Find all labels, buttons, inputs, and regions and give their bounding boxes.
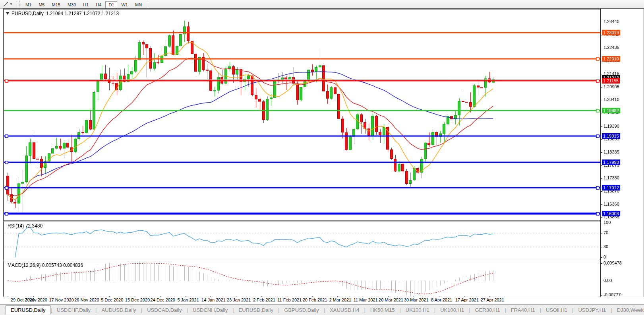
level-price-label[interactable]: 1.17998: [602, 159, 620, 165]
macd-indicator-label: MACD(12,26,9) 0.005743 0.004836: [8, 262, 83, 268]
chart-tab-xauusd-h4[interactable]: XAUUSD,H4: [325, 306, 364, 314]
axis-tick-label: 1.20410: [603, 97, 619, 102]
axis-tick-label: -0.00777: [603, 292, 621, 297]
chart-tab-dj30-weekly[interactable]: DJ30,Weekly: [612, 306, 644, 314]
timeframe-button-m30[interactable]: M30: [64, 1, 79, 8]
line-studies-icon[interactable]: [2, 1, 10, 8]
chart-tab-eurusd-daily[interactable]: EURUSD,Daily: [6, 305, 50, 315]
axis-tick-label: 0: [603, 255, 606, 259]
rsi-indicator-label: RSI(14) 72.3480: [8, 223, 43, 229]
timeframe-button-h1[interactable]: H1: [80, 1, 92, 8]
axis-tick-label: 1.16360: [603, 202, 619, 206]
date-label: 26 Nov 2020: [74, 298, 99, 302]
toolbar-separator: [148, 1, 148, 7]
date-label: 20 Feb 2021: [303, 298, 327, 302]
date-label: 27 Apr 2021: [481, 298, 504, 302]
axis-tick-label: 1.23440: [603, 19, 619, 24]
date-label: 23 Jan 2021: [227, 298, 251, 302]
chart-tab-hk50-m15[interactable]: HK50,M15: [366, 306, 399, 314]
timeframe-button-d1[interactable]: D1: [105, 1, 117, 8]
axis-tick-label: 1.17380: [603, 175, 619, 180]
chart-canvas[interactable]: [4, 9, 644, 297]
date-label: 11 Feb 2021: [277, 298, 302, 302]
date-label: 7 Nov 2020: [25, 298, 47, 302]
chart-tab-gbpusd-daily[interactable]: GBPUSD,Daily: [279, 306, 323, 314]
axis-tick-label: 70: [603, 230, 608, 235]
timeframe-buttons: M1M5M15M30H1H4D1W1MN: [22, 1, 145, 8]
toolbar-grip[interactable]: [17, 1, 19, 7]
axis-tick-label: 1.20905: [603, 84, 619, 89]
level-price-label[interactable]: 1.22010: [602, 56, 620, 62]
tabs: EURUSD,Daily|USDCHF,Daily|AUDUSD,Daily|U…: [6, 305, 644, 315]
timeframe-toolbar: ▼ M1M5M15M30H1H4D1W1MN: [0, 0, 644, 9]
date-axis: 29 Oct 20207 Nov 202017 Nov 202026 Nov 2…: [3, 297, 599, 303]
axis-tick-label: 0.009478: [603, 261, 622, 265]
axis-tick-label: 0.00: [603, 278, 612, 283]
axis-tick-label: 30: [603, 244, 608, 249]
timeframe-button-w1[interactable]: W1: [118, 1, 131, 8]
date-label: 15 Dec 2020: [125, 298, 150, 302]
level-price-label[interactable]: 1.17012: [602, 185, 620, 191]
axis-tick-label: 100: [603, 220, 611, 225]
date-label: 30 Mar 2021: [404, 298, 429, 302]
chart-tab-eurusd-daily[interactable]: EURUSD,Daily: [234, 306, 278, 314]
date-label: 14 Jan 2021: [201, 298, 226, 302]
level-price-label[interactable]: 1.19992: [602, 108, 620, 113]
date-label: 20 Mar 2021: [379, 298, 403, 302]
axis-tick-label: 1.22435: [603, 45, 619, 50]
chart-tab-bar: EURUSD,Daily|USDCHF,Daily|AUDUSD,Daily|U…: [0, 304, 644, 315]
chart-tab-usoil-h1[interactable]: USOil,H1: [541, 306, 572, 314]
timeframe-button-m5[interactable]: M5: [35, 1, 48, 8]
level-price-label[interactable]: 1.23019: [602, 30, 620, 35]
level-price-label[interactable]: 1.16003: [602, 211, 620, 216]
chart-ohlc-values: 1.21094 1.21287 1.21072 1.21213: [46, 11, 119, 16]
date-label: 2 Feb 2021: [253, 298, 275, 302]
chart-tab-usdcad-daily[interactable]: USDCAD,Daily: [142, 306, 186, 314]
chart-tab-usdjpy-h1[interactable]: USDJPY,H1: [573, 306, 611, 314]
chart-tab-audusd-daily[interactable]: AUDUSD,Daily: [97, 306, 141, 314]
chart-title: EURUSD,Daily 1.21094 1.21287 1.21072 1.2…: [6, 11, 119, 16]
chart-tab-uk100-h1[interactable]: UK100,H1: [401, 306, 434, 314]
chart-menu-arrow-icon[interactable]: [6, 12, 9, 15]
chart-tab-usdchf-daily[interactable]: USDCHF,Daily: [52, 306, 95, 314]
date-label: 17 Apr 2021: [455, 298, 479, 302]
chart-tab-ger30-h1[interactable]: GER30,H1: [470, 306, 505, 314]
date-label: 5 Dec 2020: [101, 298, 123, 302]
level-price-label[interactable]: 1.21155: [602, 78, 620, 84]
timeframe-button-h4[interactable]: H4: [93, 1, 104, 8]
date-label: 8 Apr 2021: [431, 298, 452, 302]
date-label: 24 Dec 2020: [151, 298, 175, 302]
chart-symbol-label: EURUSD,Daily: [12, 11, 44, 16]
date-label: 5 Jan 2021: [177, 298, 199, 302]
chart-window: EURUSD,Daily 1.21094 1.21287 1.21072 1.2…: [3, 8, 644, 297]
timeframe-button-m15[interactable]: M15: [48, 1, 63, 8]
timeframe-button-m1[interactable]: M1: [22, 1, 35, 8]
date-label: 11 Mar 2021: [354, 298, 378, 302]
axis-tick-label: 1.18385: [603, 150, 619, 154]
timeframe-button-mn[interactable]: MN: [132, 1, 145, 8]
chart-tab-usdcnh-daily[interactable]: USDCNH,Daily: [188, 306, 232, 314]
chart-tab-uk100-h1[interactable]: UK100,H1: [435, 306, 469, 314]
chart-tab-fra40-h1[interactable]: FRA40,H1: [506, 306, 540, 314]
mt4-terminal: ▼ M1M5M15M30H1H4D1W1MN EURUSD,Daily 1.21…: [0, 0, 644, 315]
date-label: 2 Mar 2021: [329, 298, 352, 302]
level-price-label[interactable]: 1.19015: [602, 133, 620, 139]
axis-tick-label: 1.19390: [603, 124, 619, 128]
toolbar-dropdown-arrow-icon[interactable]: ▼: [10, 2, 13, 6]
date-label: 17 Nov 2020: [49, 298, 73, 302]
